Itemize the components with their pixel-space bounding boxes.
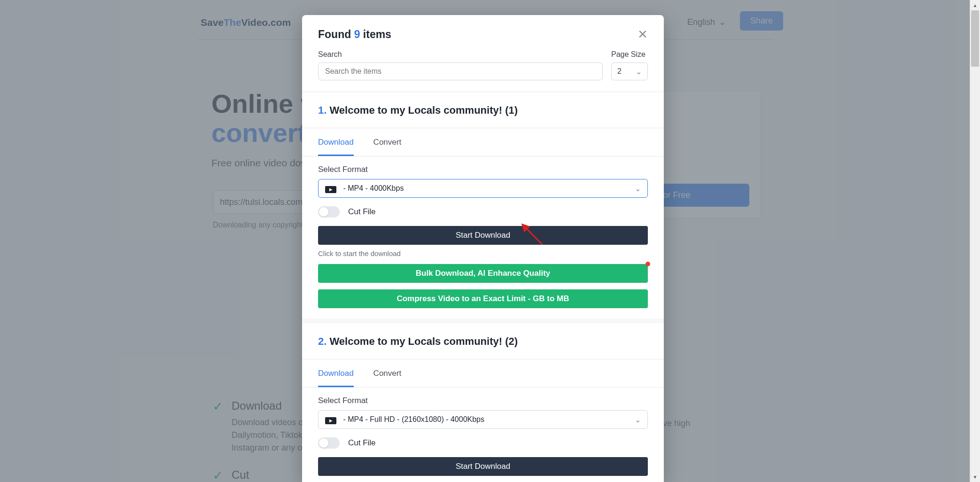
page-scrollbar[interactable]: ▲ ▼ [970, 0, 980, 482]
chevron-down-icon: ⌄ [636, 67, 642, 76]
tab-download[interactable]: Download [318, 359, 354, 387]
results-modal: Found 9 items ✕ Search Page Size 2 ⌄ 1. … [302, 15, 664, 482]
cut-file-toggle[interactable] [318, 206, 340, 218]
search-input[interactable] [318, 62, 603, 80]
pagesize-select[interactable]: 2 ⌄ [611, 62, 648, 80]
modal-title: Found 9 items [318, 28, 391, 41]
close-icon[interactable]: ✕ [638, 27, 648, 42]
search-label: Search [318, 50, 603, 59]
cut-file-label: Cut File [348, 207, 376, 217]
modal-header: Found 9 items ✕ [302, 15, 664, 50]
notification-dot-icon [646, 262, 650, 266]
video-icon: ▶ [325, 417, 336, 424]
format-label: Select Format [318, 165, 648, 174]
chevron-down-icon: ⌄ [635, 184, 641, 193]
compress-video-button[interactable]: Compress Video to an Exact Limit - GB to… [318, 289, 648, 308]
cut-file-label: Cut File [348, 438, 376, 448]
scroll-up-icon[interactable]: ▲ [970, 0, 980, 10]
tab-convert[interactable]: Convert [373, 359, 402, 387]
item-title: 2. Welcome to my Locals community! (2) [302, 323, 664, 359]
item-tabs: Download Convert [302, 128, 664, 156]
format-select[interactable]: ▶ - MP4 - Full HD - (2160x1080) - 4000Kb… [318, 410, 648, 429]
start-download-button[interactable]: Start Download [318, 457, 648, 476]
tab-download[interactable]: Download [318, 128, 354, 156]
cut-file-toggle[interactable] [318, 437, 340, 449]
format-label: Select Format [318, 396, 648, 405]
pagesize-label: Page Size [611, 50, 648, 59]
scroll-down-icon[interactable]: ▼ [970, 472, 980, 482]
format-select[interactable]: ▶ - MP4 - 4000Kbps ⌄ [318, 179, 648, 198]
list-item: 1. Welcome to my Locals community! (1) D… [302, 92, 664, 323]
start-download-button[interactable]: Start Download [318, 226, 648, 245]
chevron-down-icon: ⌄ [635, 415, 641, 424]
items-list[interactable]: 1. Welcome to my Locals community! (1) D… [302, 92, 664, 482]
tab-convert[interactable]: Convert [373, 128, 402, 156]
scroll-thumb[interactable] [971, 10, 979, 67]
item-title: 1. Welcome to my Locals community! (1) [302, 92, 664, 128]
bulk-download-button[interactable]: Bulk Download, AI Enhance Quality [318, 264, 648, 283]
list-item: 2. Welcome to my Locals community! (2) D… [302, 323, 664, 482]
download-hint: Click to start the download [318, 249, 648, 257]
modal-controls: Search Page Size 2 ⌄ [302, 50, 664, 92]
item-tabs: Download Convert [302, 359, 664, 388]
video-icon: ▶ [325, 186, 336, 193]
